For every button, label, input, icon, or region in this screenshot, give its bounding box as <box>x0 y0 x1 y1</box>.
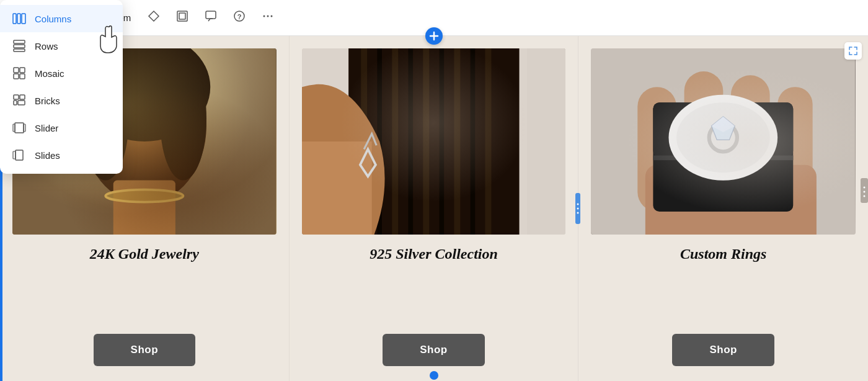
card-title-silver: 925 Silver Collection <box>370 246 498 262</box>
card-image-rings <box>591 48 856 235</box>
svg-rect-15 <box>14 45 25 48</box>
plus-icon <box>429 31 439 41</box>
diamond-select-icon <box>147 9 161 23</box>
help-icon-button[interactable]: ? <box>228 5 251 30</box>
svg-point-36 <box>105 190 183 202</box>
rows-menu-icon <box>12 39 26 53</box>
svg-point-10 <box>271 16 273 17</box>
svg-rect-59 <box>777 87 812 196</box>
svg-point-64 <box>669 95 778 181</box>
svg-rect-50 <box>302 141 372 235</box>
svg-rect-4 <box>179 13 185 19</box>
dropdown-slider-label: Slider <box>35 123 58 133</box>
card-image-silver <box>302 48 566 235</box>
dropdown-mosaic-label: Mosaic <box>35 68 64 79</box>
svg-point-9 <box>267 16 269 17</box>
svg-rect-39 <box>302 48 566 235</box>
svg-point-66 <box>709 123 737 151</box>
resize-dots-icon <box>575 193 580 224</box>
shop-button-gold[interactable]: Shop <box>94 334 196 366</box>
svg-rect-28 <box>16 150 23 160</box>
svg-rect-25 <box>15 123 24 133</box>
svg-point-68 <box>864 191 866 193</box>
select-icon-button[interactable] <box>142 5 166 30</box>
svg-point-37 <box>105 190 183 202</box>
svg-rect-23 <box>14 101 17 105</box>
shop-button-silver[interactable]: Shop <box>383 334 485 366</box>
svg-point-8 <box>264 16 265 17</box>
expand-icon-button[interactable] <box>844 42 862 60</box>
svg-rect-26 <box>13 124 15 132</box>
svg-rect-13 <box>22 14 25 24</box>
svg-point-67 <box>864 187 866 189</box>
dropdown-columns-label: Columns <box>35 14 71 24</box>
dropdown-item-slider[interactable]: Slider <box>0 114 123 141</box>
column-card-rings: Custom Rings Shop <box>578 36 868 381</box>
svg-rect-55 <box>591 48 856 235</box>
right-handle-dots-icon <box>861 178 868 203</box>
svg-rect-38 <box>302 48 566 235</box>
svg-rect-16 <box>14 49 25 52</box>
svg-rect-14 <box>14 40 25 43</box>
svg-rect-12 <box>17 14 20 24</box>
card-title-gold: 24K Gold Jewelry <box>90 246 199 262</box>
svg-rect-56 <box>638 87 677 212</box>
svg-point-34 <box>160 56 206 180</box>
svg-rect-60 <box>645 165 817 235</box>
svg-rect-24 <box>18 101 25 105</box>
card-title-rings: Custom Rings <box>680 246 766 262</box>
right-edge-handle[interactable] <box>861 178 868 203</box>
frame-icon-button[interactable] <box>170 5 194 30</box>
svg-rect-51 <box>527 48 566 235</box>
dropdown-rows-label: Rows <box>35 41 58 52</box>
columns-menu-icon <box>12 12 26 25</box>
expand-arrows-icon <box>848 46 858 56</box>
more-icon <box>261 9 275 23</box>
bottom-resize-handle[interactable] <box>430 371 438 380</box>
bricks-menu-icon <box>12 94 26 107</box>
top-add-column-button[interactable] <box>425 27 443 45</box>
svg-rect-35 <box>113 181 175 235</box>
svg-rect-11 <box>13 14 16 24</box>
shop-button-rings[interactable]: Shop <box>672 334 774 366</box>
slides-menu-icon <box>12 148 26 162</box>
svg-rect-5 <box>206 11 216 19</box>
svg-point-52 <box>577 204 579 205</box>
dropdown-item-rows[interactable]: Rows <box>0 32 123 60</box>
svg-rect-18 <box>20 68 25 73</box>
svg-rect-20 <box>20 74 25 79</box>
dropdown-item-mosaic[interactable]: Mosaic <box>0 60 123 87</box>
svg-rect-62 <box>653 102 794 157</box>
slider-menu-icon <box>12 121 26 135</box>
svg-rect-17 <box>14 68 19 73</box>
svg-rect-19 <box>14 74 19 79</box>
frame-icon <box>175 9 189 23</box>
svg-rect-58 <box>731 75 770 196</box>
dropdown-item-bricks[interactable]: Bricks <box>0 87 123 114</box>
column-resize-handle-center[interactable] <box>575 193 580 224</box>
svg-rect-27 <box>24 124 25 132</box>
svg-rect-63 <box>653 156 794 161</box>
mosaic-menu-icon <box>12 66 26 80</box>
svg-point-65 <box>676 102 770 173</box>
dropdown-item-slides[interactable]: Slides <box>0 141 123 169</box>
svg-point-69 <box>864 195 866 197</box>
column-card-silver: 925 Silver Collection Shop <box>290 36 579 381</box>
layout-dropdown-menu: Columns Rows Mosaic <box>0 0 123 174</box>
svg-rect-57 <box>684 71 724 196</box>
dropdown-item-columns[interactable]: Columns <box>0 5 123 32</box>
more-options-button[interactable] <box>256 5 280 30</box>
dropdown-bricks-label: Bricks <box>35 96 60 106</box>
svg-rect-22 <box>20 95 25 99</box>
svg-point-54 <box>577 212 579 214</box>
svg-text:?: ? <box>237 13 242 20</box>
columns-grid: 24K Gold Jewelry Shop <box>0 36 868 381</box>
help-icon: ? <box>232 9 246 23</box>
svg-rect-40 <box>348 48 519 235</box>
svg-point-53 <box>577 208 579 210</box>
dropdown-slides-label: Slides <box>35 150 60 161</box>
comment-icon-button[interactable] <box>199 5 223 30</box>
svg-rect-21 <box>14 95 19 99</box>
svg-rect-61 <box>653 102 794 212</box>
comment-icon <box>204 9 218 23</box>
